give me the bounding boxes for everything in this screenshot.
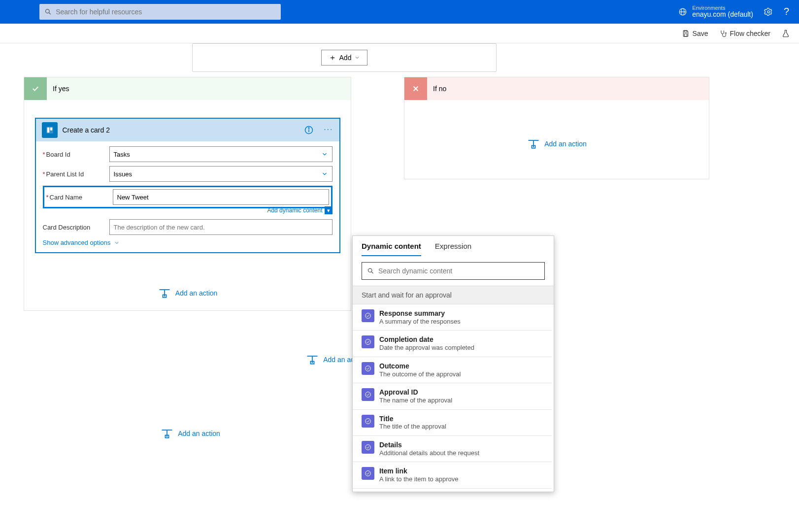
insert-icon	[158, 288, 171, 299]
dynamic-item[interactable]: Response summary A summary of the respon…	[353, 304, 552, 331]
if-no-branch: If no Add an action	[404, 77, 709, 179]
top-bar: Environments enayu.com (default) ?	[0, 0, 799, 24]
chevron-down-icon	[354, 55, 360, 61]
approval-icon	[362, 362, 374, 375]
if-no-header[interactable]: If no	[404, 77, 709, 100]
dynamic-group-header: Start and wait for an approval	[353, 286, 554, 304]
dynamic-item-desc: A link to the item to approve	[379, 475, 458, 483]
chevron-down-icon	[321, 170, 328, 177]
dynamic-item[interactable]: Title The title of the approval	[353, 410, 552, 436]
chevron-down-icon	[114, 240, 120, 246]
parent-list-select[interactable]: Issues	[109, 166, 333, 182]
svg-rect-6	[684, 31, 687, 32]
approval-icon	[362, 415, 374, 428]
svg-point-31	[366, 313, 371, 319]
dynamic-item-desc: Date the approval was completed	[379, 344, 474, 352]
tab-dynamic-content[interactable]: Dynamic content	[362, 242, 421, 256]
dynamic-item[interactable]: Item link description	[353, 489, 552, 492]
svg-point-5	[767, 11, 770, 13]
dynamic-item-title: Approval ID	[379, 388, 452, 397]
dynamic-item-title: Outcome	[379, 362, 461, 370]
plus-icon: ＋	[329, 53, 336, 63]
dynamic-search[interactable]	[362, 262, 545, 280]
if-yes-header[interactable]: If yes	[24, 77, 351, 100]
svg-line-1	[49, 13, 50, 14]
dynamic-content-flyout: Dynamic content Expression Start and wai…	[352, 235, 554, 492]
condition-card: ＋ Add	[192, 43, 497, 72]
help-icon[interactable]: ?	[784, 6, 789, 17]
save-icon	[682, 30, 690, 37]
global-search[interactable]	[39, 4, 281, 20]
show-advanced-link[interactable]: Show advanced options	[43, 239, 333, 246]
more-icon[interactable]: ···	[324, 125, 333, 135]
action-header[interactable]: Create a card 2 ···	[36, 119, 339, 141]
dynamic-item-title: Completion date	[379, 335, 474, 344]
svg-point-29	[368, 268, 371, 272]
svg-point-14	[308, 128, 309, 129]
check-icon	[31, 84, 40, 93]
card-name-row: *Card Name	[43, 186, 333, 208]
approval-icon	[362, 388, 374, 401]
flow-canvas: ＋ Add If yes C	[0, 43, 799, 532]
approval-icon	[362, 441, 374, 454]
card-name-input[interactable]	[113, 189, 329, 205]
command-bar: Save Flow checker	[0, 24, 799, 43]
gear-icon[interactable]	[764, 7, 773, 16]
if-yes-branch: If yes Create a card 2 ···	[24, 77, 351, 311]
card-desc-input[interactable]	[109, 219, 333, 235]
trello-icon	[42, 122, 58, 138]
svg-point-32	[366, 339, 371, 345]
svg-rect-7	[684, 33, 687, 36]
dynamic-item[interactable]: Approval ID The name of the approval	[353, 383, 552, 409]
close-icon	[411, 84, 420, 93]
svg-line-30	[371, 272, 373, 273]
card-name-label: Card Name	[50, 194, 82, 201]
svg-rect-10	[47, 128, 49, 133]
create-card-action: Create a card 2 ··· *Board Id	[35, 118, 340, 253]
approval-icon	[362, 309, 374, 322]
svg-point-8	[725, 33, 727, 34]
add-condition-button[interactable]: ＋ Add	[321, 50, 368, 66]
flow-checker-button[interactable]: Flow checker	[719, 30, 770, 37]
dynamic-item[interactable]: Details Additional details about the req…	[353, 436, 552, 462]
dynamic-item[interactable]: Outcome The outcome of the approval	[353, 357, 552, 383]
save-button[interactable]: Save	[682, 30, 708, 37]
dynamic-item-title: Title	[379, 415, 446, 423]
dynamic-item-desc: The outcome of the approval	[379, 370, 461, 378]
add-dynamic-content-link[interactable]: Add dynamic content ▾	[43, 206, 333, 214]
board-id-select[interactable]: Tasks	[109, 146, 333, 162]
beaker-icon[interactable]	[781, 29, 790, 38]
dynamic-item-desc: A summary of the responses	[379, 318, 461, 326]
dynamic-item-list: Response summary A summary of the respon…	[353, 304, 554, 492]
dynamic-item-title: Item link	[379, 467, 458, 475]
environment-picker[interactable]: Environments enayu.com (default)	[678, 5, 753, 18]
svg-point-37	[366, 471, 371, 476]
card-desc-label: Card Description	[43, 224, 91, 231]
svg-point-33	[366, 366, 371, 371]
approval-icon	[362, 335, 374, 348]
add-action-root[interactable]: Add an action	[160, 428, 220, 439]
dynamic-item-desc: Additional details about the request	[379, 449, 479, 457]
dynamic-item-title: Details	[379, 441, 479, 449]
dynamic-item[interactable]: Item link A link to the item to approve	[353, 462, 552, 488]
insert-icon	[527, 138, 540, 149]
globe-icon	[678, 7, 687, 16]
add-action-in-yes[interactable]: Add an action	[158, 288, 218, 299]
info-icon[interactable]	[304, 125, 314, 135]
dynamic-item[interactable]: Completion date Date the approval was co…	[353, 331, 552, 357]
tab-expression[interactable]: Expression	[435, 242, 471, 256]
insert-icon	[160, 428, 174, 439]
svg-point-0	[46, 9, 50, 13]
dynamic-item-desc: The name of the approval	[379, 397, 452, 404]
action-title: Create a card 2	[63, 126, 300, 134]
insert-icon	[305, 354, 319, 365]
svg-point-34	[366, 392, 371, 398]
search-input[interactable]	[56, 8, 276, 16]
svg-point-35	[366, 418, 371, 424]
dynamic-item-desc: The title of the approval	[379, 423, 446, 431]
add-action-in-no[interactable]: Add an action	[527, 138, 587, 149]
expand-icon: ▾	[325, 206, 333, 214]
env-label: Environments	[692, 5, 753, 11]
svg-rect-11	[50, 128, 52, 131]
search-icon	[367, 267, 374, 275]
